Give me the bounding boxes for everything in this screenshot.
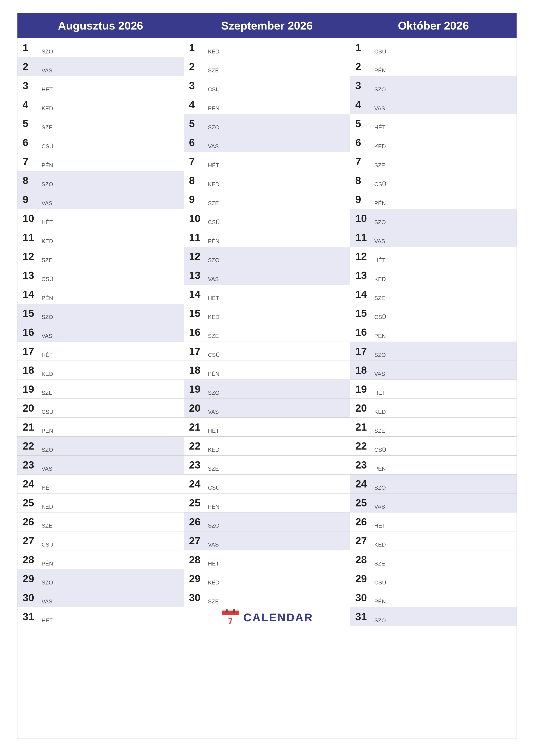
day-name: CSÜ xyxy=(41,409,53,416)
day-number: 26 xyxy=(189,517,206,527)
day-number: 12 xyxy=(355,251,372,262)
day-name: PÉN xyxy=(374,598,386,606)
day-name: SZE xyxy=(41,124,53,132)
day-name: HÉT xyxy=(41,617,53,625)
day-number: 29 xyxy=(23,574,40,584)
day-row: 28HÉT xyxy=(184,550,350,569)
day-number: 10 xyxy=(355,213,372,224)
day-name: HÉT xyxy=(208,428,219,435)
day-number: 7 xyxy=(355,156,372,167)
day-name: PÉN xyxy=(41,560,53,568)
day-number: 6 xyxy=(189,138,206,148)
day-row: 1KED xyxy=(184,38,350,57)
month-col-0: Augusztus 20261SZO2VAS3HÉT4KED5SZE6CSÜ7P… xyxy=(17,13,184,739)
day-row: 8CSÜ xyxy=(350,171,517,190)
day-row: 18PÉN xyxy=(184,361,350,380)
day-name: VAS xyxy=(208,276,219,284)
day-row: 27VAS xyxy=(184,531,350,550)
calendar-grid: Augusztus 20261SZO2VAS3HÉT4KED5SZE6CSÜ7P… xyxy=(17,13,517,739)
day-number: 20 xyxy=(355,403,372,413)
day-name: VAS xyxy=(41,200,52,207)
day-name: SZE xyxy=(41,523,53,530)
day-name: SZE xyxy=(208,333,219,340)
day-name: KED xyxy=(374,143,386,150)
day-row: 14PÉN xyxy=(17,285,184,304)
day-name: VAS xyxy=(208,409,219,416)
day-number: 15 xyxy=(355,308,372,318)
day-name: KED xyxy=(374,541,386,549)
day-row: 17CSÜ xyxy=(184,341,350,361)
day-number: 28 xyxy=(189,555,206,565)
day-number: 14 xyxy=(355,289,372,300)
day-row: 2VAS xyxy=(17,57,184,76)
day-number: 23 xyxy=(355,460,372,470)
day-number: 1 xyxy=(189,43,206,53)
day-name: HÉT xyxy=(41,86,53,94)
day-name: CSÜ xyxy=(41,541,53,549)
day-name: SZO xyxy=(41,181,53,189)
day-number: 19 xyxy=(355,384,372,394)
day-name: CSÜ xyxy=(374,446,386,454)
day-name: PÉN xyxy=(208,105,219,113)
day-name: KED xyxy=(374,409,386,416)
day-row: 25KED xyxy=(17,493,184,512)
day-number: 11 xyxy=(355,232,372,243)
day-name: SZE xyxy=(374,428,385,435)
day-row: 27KED xyxy=(350,531,517,550)
day-row: 24HÉT xyxy=(17,474,184,493)
day-row: 11KED xyxy=(17,228,184,247)
day-row: 3HÉT xyxy=(17,76,184,95)
day-number: 2 xyxy=(23,62,40,72)
day-number: 10 xyxy=(189,213,206,224)
day-number: 25 xyxy=(189,498,206,508)
day-row: 13CSÜ xyxy=(17,266,184,285)
day-name: VAS xyxy=(374,371,385,378)
day-row: 15KED xyxy=(184,304,350,323)
day-row: 17SZO xyxy=(350,341,517,361)
day-row: 16VAS xyxy=(17,323,184,341)
day-number: 14 xyxy=(189,289,206,300)
day-name: VAS xyxy=(374,105,385,113)
day-name: CSÜ xyxy=(208,219,220,227)
month-col-2: Október 20261CSÜ2PÉN3SZO4VAS5HÉT6KED7SZE… xyxy=(350,13,517,739)
day-number: 19 xyxy=(23,384,40,394)
svg-rect-11 xyxy=(222,615,239,617)
day-name: SZE xyxy=(208,67,219,75)
footer-logo-cell: 7 CALENDAR xyxy=(184,607,350,628)
day-row: 29KED xyxy=(184,569,350,588)
day-row: 31SZO xyxy=(350,607,517,626)
day-name: SZO xyxy=(374,86,386,94)
day-number: 1 xyxy=(23,43,40,53)
day-number: 24 xyxy=(23,479,40,489)
day-number: 18 xyxy=(355,365,372,375)
day-number: 30 xyxy=(355,593,372,603)
day-number: 25 xyxy=(355,498,372,508)
svg-rect-14 xyxy=(233,609,235,613)
day-row: 4VAS xyxy=(350,95,517,114)
day-row: 5SZO xyxy=(184,114,350,133)
footer-logo: 7 CALENDAR xyxy=(221,607,313,628)
day-number: 14 xyxy=(23,289,40,300)
day-number: 11 xyxy=(189,232,206,243)
day-name: CSÜ xyxy=(374,314,386,321)
day-row: 6VAS xyxy=(184,133,350,152)
day-name: SZE xyxy=(374,560,385,568)
calendar-icon: 7 xyxy=(221,607,240,628)
day-number: 22 xyxy=(189,441,206,451)
day-row: 15CSÜ xyxy=(350,304,517,323)
day-name: SZO xyxy=(374,617,386,625)
day-name: VAS xyxy=(41,333,52,340)
day-row: 21PÉN xyxy=(17,418,184,436)
day-row: 21HÉT xyxy=(184,418,350,436)
day-row: 19SZO xyxy=(184,380,350,398)
day-row: 12SZE xyxy=(17,247,184,266)
day-name: PÉN xyxy=(41,428,53,435)
day-name: SZO xyxy=(208,390,219,397)
day-row: 25VAS xyxy=(350,493,517,512)
month-header-2: Október 2026 xyxy=(350,13,517,38)
day-number: 24 xyxy=(355,479,372,489)
day-name: PÉN xyxy=(41,162,53,170)
day-name: SZO xyxy=(208,257,219,264)
day-name: VAS xyxy=(374,238,385,245)
day-row: 20KED xyxy=(350,398,517,418)
